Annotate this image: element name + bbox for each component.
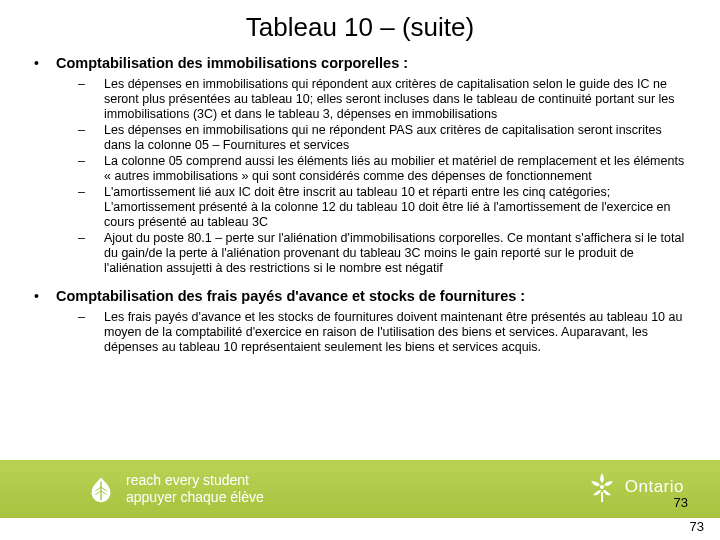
leaf-icon [86, 474, 116, 504]
bullet-dash: – [78, 231, 104, 246]
ontario-mark: Ontario [585, 470, 684, 504]
bullet-dash: – [78, 77, 104, 92]
bullet-dash: – [78, 185, 104, 200]
bullet-dash: – [78, 154, 104, 169]
footer-bar: reach every student appuyer chaque élève [0, 460, 720, 518]
list-item-text: La colonne 05 comprend aussi les élément… [104, 154, 686, 184]
list-item-text: Ajout du poste 80.1 – perte sur l'aliéna… [104, 231, 686, 276]
ontario-text: Ontario [625, 477, 684, 497]
list-item: – La colonne 05 comprend aussi les éléme… [78, 154, 686, 184]
svg-point-0 [600, 485, 604, 489]
list-item: – Les dépenses en immobilisations qui ré… [78, 77, 686, 122]
list-item: – Les dépenses en immobilisations qui ne… [78, 123, 686, 153]
slide: Tableau 10 – (suite) • Comptabilisation … [0, 0, 720, 540]
section-1-heading: Comptabilisation des immobilisations cor… [56, 53, 408, 73]
bullet-dash: – [78, 123, 104, 138]
section-2-list: – Les frais payés d'avance et les stocks… [78, 310, 686, 355]
footer-left: reach every student appuyer chaque élève [0, 472, 264, 506]
section-2: • Comptabilisation des frais payés d'ava… [34, 286, 686, 306]
reach-en: reach every student [126, 472, 264, 489]
slide-content: • Comptabilisation des immobilisations c… [0, 53, 720, 355]
section-2-heading: Comptabilisation des frais payés d'avanc… [56, 286, 525, 306]
list-item-text: L'amortissement lié aux IC doit être ins… [104, 185, 686, 230]
bullet-dot: • [34, 53, 56, 73]
section-1-list: – Les dépenses en immobilisations qui ré… [78, 77, 686, 276]
list-item: – L'amortissement lié aux IC doit être i… [78, 185, 686, 230]
list-item-text: Les dépenses en immobilisations qui répo… [104, 77, 686, 122]
list-item: – Les frais payés d'avance et les stocks… [78, 310, 686, 355]
reach-text: reach every student appuyer chaque élève [126, 472, 264, 506]
list-item-text: Les frais payés d'avance et les stocks d… [104, 310, 686, 355]
list-item: – Ajout du poste 80.1 – perte sur l'alié… [78, 231, 686, 276]
page-number-upper: 73 [674, 495, 688, 510]
bullet-dash: – [78, 310, 104, 325]
page-number-lower: 73 [690, 519, 704, 534]
reach-fr: appuyer chaque élève [126, 489, 264, 506]
section-1: • Comptabilisation des immobilisations c… [34, 53, 686, 73]
list-item-text: Les dépenses en immobilisations qui ne r… [104, 123, 686, 153]
slide-title: Tableau 10 – (suite) [0, 0, 720, 53]
bullet-dot: • [34, 286, 56, 306]
trillium-icon [585, 470, 619, 504]
